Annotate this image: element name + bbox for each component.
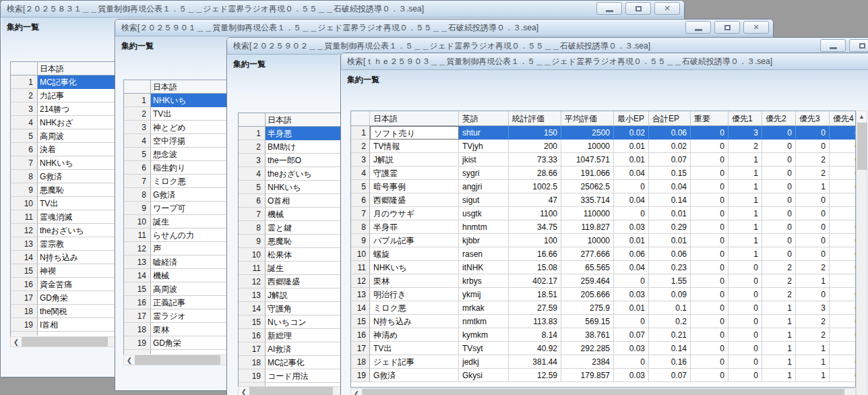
list-item[interactable]: 4NHKおざ: [11, 116, 116, 129]
scrollbar-thumb[interactable]: [249, 387, 333, 395]
restore-button[interactable]: [625, 2, 651, 15]
list-item[interactable]: 9悪魔恥: [11, 183, 116, 197]
table-row[interactable]: 19G救済Gkysi12.59179.8570.030.0700110: [351, 369, 856, 382]
scroll-up-icon[interactable]: ▲: [857, 111, 867, 122]
list-item[interactable]: 13霊宗教: [11, 237, 116, 251]
list-item[interactable]: 12西郷隆盛: [239, 275, 341, 288]
table-row[interactable]: 13明治行きykmij18.51205.6660.030.0900200: [351, 288, 856, 301]
table-row[interactable]: 5暗号事例angjri1002.525062.500.0401010: [351, 180, 856, 193]
table-row[interactable]: 9バブル記事kjbbr100100000.010.0101000: [351, 234, 856, 247]
table-row[interactable]: 12栗林krbys402.17259.46401.5500211: [351, 274, 856, 288]
table-row[interactable]: 10螺旋rasen16.66277.6660.060.0601000: [351, 247, 856, 261]
horizontal-scrollbar[interactable]: ❮: [10, 336, 117, 347]
restore-button[interactable]: [714, 21, 740, 34]
list-item[interactable]: 18MC記事化: [239, 356, 341, 369]
column-header[interactable]: 優先1: [728, 111, 762, 126]
column-header[interactable]: 最小EP: [614, 111, 649, 126]
list-item[interactable]: 9悪魔恥: [239, 235, 341, 248]
list-item[interactable]: 1NHKいち: [124, 94, 228, 107]
list-item[interactable]: 16新総理: [239, 329, 341, 342]
minimize-button[interactable]: [685, 21, 711, 34]
minimize-button[interactable]: [820, 39, 846, 52]
list-item[interactable]: 19コード用法: [239, 369, 341, 383]
list-item[interactable]: 7機械: [239, 208, 341, 221]
list-item[interactable]: 5高周波: [11, 129, 116, 143]
list-item[interactable]: 13嘘経済: [124, 255, 228, 269]
list-item[interactable]: 17AI救済: [239, 342, 341, 356]
titlebar[interactable]: 検索[２０２５８３１＿＿質量制御再現公表１．５＿＿ジェド霊界ラジオ再現０．５５＿…: [1, 1, 684, 18]
list-item[interactable]: 1半身悪: [239, 127, 341, 140]
table-row[interactable]: 14ミロク悪mrkak27.59275.90.010.100130: [351, 301, 856, 315]
list-item[interactable]: 10松果体: [239, 248, 341, 262]
list-item[interactable]: 6稲生釣り: [124, 161, 228, 175]
column-header[interactable]: 優先2: [762, 111, 796, 126]
list-item[interactable]: 18the関税: [11, 305, 116, 318]
column-header[interactable]: 重要: [691, 111, 728, 126]
list-item[interactable]: 14機械: [124, 269, 228, 282]
horizontal-scrollbar[interactable]: ❮: [238, 386, 342, 395]
scrollbar-thumb[interactable]: [857, 123, 867, 170]
list-item[interactable]: 4空中浮揚: [124, 134, 228, 148]
scroll-left-icon[interactable]: ❮: [351, 389, 362, 395]
list-item[interactable]: 17霊ラジオ: [124, 309, 228, 323]
column-header[interactable]: 合計EP: [649, 111, 691, 126]
list-item[interactable]: 7NHKいち: [11, 156, 116, 170]
list-item[interactable]: 12theおざいち: [11, 224, 116, 237]
list-item[interactable]: 9ワープ可: [124, 202, 228, 215]
scroll-left-icon[interactable]: ❮: [11, 337, 22, 346]
table-row[interactable]: 2TV情報TVjyh200100000.010.0202000: [351, 140, 856, 153]
table-row[interactable]: 16神清めkymkm8.1438.7610.070.2100120: [351, 328, 856, 342]
list-item[interactable]: 8G救済: [124, 188, 228, 202]
column-header[interactable]: 優先3: [796, 111, 830, 126]
list-item[interactable]: 14守護角: [239, 302, 341, 315]
list-column-header[interactable]: 日本語: [38, 62, 116, 75]
list-item[interactable]: 7ミロク悪: [124, 175, 228, 188]
list-item[interactable]: 15神禊: [11, 264, 116, 278]
scrollbar-thumb[interactable]: [22, 337, 108, 346]
list-column-header[interactable]: 日本語: [266, 113, 341, 127]
table-row[interactable]: 6西郷隆盛sigut47335.7140.040.1401001: [351, 193, 856, 207]
column-header[interactable]: 日本語: [370, 111, 459, 126]
list-item[interactable]: 3the一郎O: [239, 154, 341, 167]
scroll-left-icon[interactable]: ❮: [124, 355, 135, 365]
list-item[interactable]: 19GD角栄: [124, 336, 228, 350]
table-row[interactable]: 1ソフト売りshtur15025000.020.0603000: [351, 126, 856, 140]
list-item[interactable]: 11らせんの力: [124, 229, 228, 242]
minimize-button[interactable]: [596, 2, 622, 15]
restore-button[interactable]: [849, 39, 868, 52]
list-item[interactable]: 18栗林: [124, 323, 228, 336]
list-item[interactable]: 19I首相: [11, 318, 116, 332]
list-item[interactable]: 3214勝つ: [11, 102, 116, 116]
list-item[interactable]: 5想念波: [124, 148, 228, 161]
list-item[interactable]: 6O首相: [239, 194, 341, 208]
list-item[interactable]: 11霊魂消滅: [11, 210, 116, 224]
list-item[interactable]: 16資金苦痛: [11, 278, 116, 291]
column-header[interactable]: 優先4: [830, 111, 856, 126]
table-row[interactable]: 7月のウサギusgtk110011000000.0101001: [351, 207, 856, 220]
list-item[interactable]: 1MC記事化: [11, 75, 116, 89]
list-item[interactable]: 2BM助け: [239, 140, 341, 154]
scroll-left-icon[interactable]: ❮: [239, 387, 249, 395]
list-item[interactable]: 10TV出: [11, 197, 116, 210]
close-button[interactable]: ✕: [654, 2, 680, 15]
column-header[interactable]: 統計評価: [509, 111, 561, 126]
list-item[interactable]: 4theおざいち: [239, 167, 341, 181]
table-row[interactable]: 11NHKいちitNHK15.0865.5650.040.2300220: [351, 261, 856, 274]
list-column-header[interactable]: 日本語: [151, 80, 228, 94]
list-item[interactable]: 2力記事: [11, 89, 116, 102]
titlebar[interactable]: 検索[ｔｈｅ２５９０３＿＿質量制御再現公表１．５＿＿ジェド霊界ラジオ再現０．５５…: [341, 53, 868, 70]
horizontal-scrollbar[interactable]: ❮: [123, 355, 229, 365]
list-item[interactable]: 5NHKいち: [239, 181, 341, 194]
list-item[interactable]: 12声: [124, 242, 228, 255]
table-row[interactable]: 8半身罪hnmtm34.75119.8270.030.2901000: [351, 220, 856, 234]
scrollbar-thumb[interactable]: [135, 355, 220, 365]
column-header[interactable]: 英語: [459, 111, 509, 126]
list-item[interactable]: 3神とどめ: [124, 121, 228, 134]
table-row[interactable]: 4守護霊sygri28.66191.0660.040.1501020: [351, 166, 856, 180]
horizontal-scrollbar[interactable]: ❮: [350, 388, 856, 395]
list-item[interactable]: 16正義記事: [124, 296, 228, 309]
list-item[interactable]: 15高周波: [124, 282, 228, 296]
list-item[interactable]: 8霊と鍵: [239, 221, 341, 235]
list-item[interactable]: 17GD角栄: [11, 291, 116, 305]
list-item[interactable]: 8G救済: [11, 170, 116, 183]
